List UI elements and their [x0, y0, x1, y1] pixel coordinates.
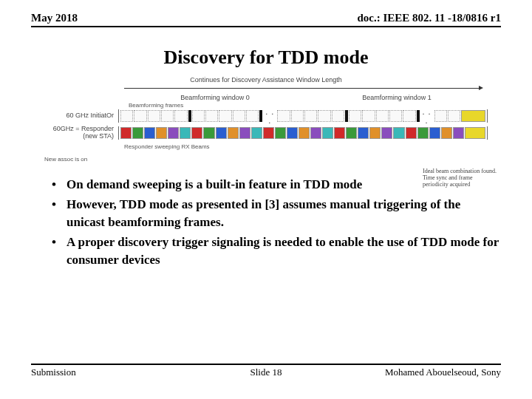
footer-left: Submission — [31, 366, 76, 378]
bullet-3: A proper discovery trigger signaling is … — [52, 233, 501, 268]
bullet-list: On demand sweeping is a built-in feature… — [31, 176, 501, 268]
row2-label: 60GHz = Responder (new STA) — [44, 126, 118, 140]
diagram-top-caption: Continues for Discovery Assistance Windo… — [44, 76, 488, 83]
bf-frames-label: Beamforming frames — [124, 102, 188, 109]
ellipsis: . . . — [263, 107, 276, 125]
footer: Submission Slide 18 Mohamed Abouelseoud,… — [31, 364, 501, 378]
row1-label: 60 GHz InitiatOr — [44, 112, 118, 120]
arrow-line — [44, 85, 488, 92]
responder-track — [118, 126, 488, 140]
window-1-label: Beamforming window 1 — [306, 94, 488, 101]
bullet-2: However, TDD mode as presented in [3] as… — [52, 196, 501, 231]
bullet-1: On demand sweeping is a built-in feature… — [52, 176, 501, 193]
window-0-label: Beamforming window 0 — [124, 94, 306, 101]
brace-label: Responder sweeping RX Beams — [124, 143, 488, 150]
page-title: Discovery for TDD mode — [31, 47, 501, 69]
ellipsis: . . . — [420, 107, 434, 125]
header-doc-id: doc.: IEEE 802. 11 -18/0816 r1 — [357, 12, 501, 24]
header-date: May 2018 — [31, 12, 78, 24]
footer-author: Mohamed Abouelseoud, Sony — [385, 366, 501, 378]
header: May 2018 doc.: IEEE 802. 11 -18/0816 r1 — [31, 12, 501, 27]
initiator-track: . . . . . . — [118, 109, 488, 123]
timing-diagram: Continues for Discovery Assistance Windo… — [44, 76, 488, 163]
new-assoc-label: New assoc is on — [44, 156, 488, 163]
